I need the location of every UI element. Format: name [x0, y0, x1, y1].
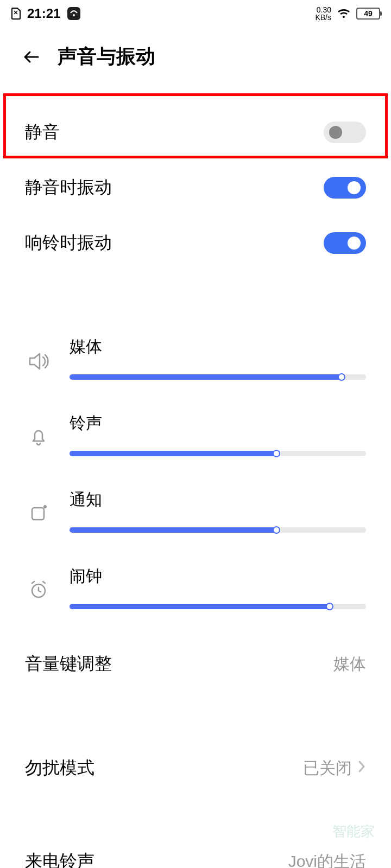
svg-point-3: [43, 505, 47, 508]
speaker-icon: [25, 349, 52, 373]
network-speed: 0.30 KB/s: [315, 6, 331, 21]
slider-media-label: 媒体: [70, 336, 366, 358]
row-volume-key[interactable]: 音量键调整 媒体: [0, 636, 391, 692]
slider-alarm[interactable]: [70, 604, 366, 609]
row-vibrate-ring-label: 响铃时振动: [25, 231, 112, 255]
row-dnd-value: 已关闭: [303, 757, 366, 780]
notification-icon: [25, 502, 52, 524]
status-right: 0.30 KB/s 49: [315, 6, 380, 21]
battery-icon: 49: [356, 8, 380, 20]
page-title: 声音与振动: [58, 43, 155, 70]
chevron-right-icon: [357, 760, 366, 777]
status-time: 21:21: [27, 6, 60, 21]
svg-rect-2: [32, 508, 44, 520]
row-volume-key-value: 媒体: [333, 653, 366, 675]
slider-row-alarm: 闹钟: [25, 565, 366, 609]
alarm-icon: [25, 579, 52, 601]
toggle-mute[interactable]: [324, 122, 366, 143]
wifi-icon: [337, 8, 351, 19]
slider-row-media: 媒体: [25, 336, 366, 380]
row-mute-label: 静音: [25, 120, 60, 144]
status-left: 21:21: [11, 6, 81, 21]
row-vibrate-mute-label: 静音时振动: [25, 176, 112, 200]
row-dnd-label: 勿扰模式: [25, 756, 94, 780]
row-vibrate-mute[interactable]: 静音时振动: [0, 160, 391, 215]
slider-row-ringtone: 铃声: [25, 412, 366, 456]
svg-point-1: [73, 14, 75, 16]
svg-rect-0: [67, 7, 80, 20]
slider-media[interactable]: [70, 374, 366, 380]
watermark: 智能家: [332, 822, 375, 841]
row-vibrate-ring[interactable]: 响铃时振动: [0, 215, 391, 271]
sliders-section: 媒体 铃声 通知 闹钟: [0, 320, 391, 636]
row-mute[interactable]: 静音: [0, 105, 391, 160]
slider-notification[interactable]: [70, 527, 366, 533]
toggle-vibrate-ring[interactable]: [324, 232, 366, 254]
app-store-icon: [67, 7, 81, 21]
page-header: 声音与振动: [0, 27, 391, 92]
slider-row-notification: 通知: [25, 489, 366, 533]
row-volume-key-label: 音量键调整: [25, 652, 112, 676]
row-incoming-ringtone-label: 来电铃声: [25, 850, 94, 868]
row-dnd[interactable]: 勿扰模式 已关闭: [0, 741, 391, 796]
bell-icon: [25, 426, 52, 448]
sim-icon: [11, 8, 21, 20]
slider-ringtone[interactable]: [70, 451, 366, 456]
status-bar: 21:21 0.30 KB/s 49: [0, 0, 391, 27]
toggle-vibrate-mute[interactable]: [324, 177, 366, 199]
slider-notification-label: 通知: [70, 489, 366, 511]
slider-ringtone-label: 铃声: [70, 412, 366, 435]
back-button[interactable]: [22, 47, 41, 67]
row-incoming-ringtone-value: Jovi的生活: [288, 851, 366, 869]
slider-alarm-label: 闹钟: [70, 565, 366, 588]
